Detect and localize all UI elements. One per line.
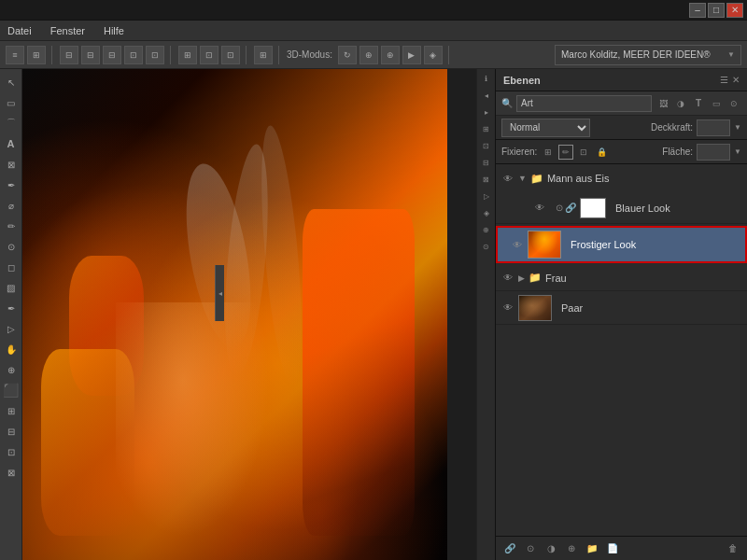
tool-move[interactable]: ↖ (2, 73, 21, 91)
tool-heal[interactable]: ⌀ (2, 196, 21, 215)
fix-all-icon[interactable]: 🔒 (594, 145, 609, 160)
tool-text[interactable]: A (2, 134, 21, 153)
layer-group-frau[interactable]: 👁 ▶ 📁 Frau (496, 265, 747, 291)
eye-icon-mann[interactable]: 👁 (501, 172, 514, 185)
delete-layer-icon[interactable]: 🗑 (725, 540, 741, 557)
tool-extra-3[interactable]: ⊡ (2, 442, 21, 461)
tool-pen[interactable]: ✒ (2, 299, 21, 317)
eye-icon-blauer[interactable]: 👁 (533, 202, 546, 215)
toolbar-btn-14[interactable]: ⊕ (381, 46, 400, 64)
panel-close-icon[interactable]: ✕ (732, 75, 740, 85)
eye-icon-frau[interactable]: 👁 (501, 272, 514, 285)
blend-mode-dropdown[interactable]: Normal Multiplizieren Bildschirm (501, 119, 590, 137)
canvas-image (22, 69, 447, 560)
tool-extra-2[interactable]: ⊟ (2, 422, 21, 441)
side-panel-icon-9[interactable]: ⊕ (479, 222, 494, 237)
menu-datei[interactable]: Datei (4, 23, 35, 38)
layer-list: 👁 ▼ 📁 Mann aus Eis 👁 ⊙ 🔗 Blauer Look 👁 (496, 164, 747, 536)
side-panel-icon-10[interactable]: ⊙ (479, 239, 494, 254)
menu-hilfe[interactable]: Hilfe (100, 23, 128, 38)
tool-shape[interactable]: ▷ (2, 319, 21, 338)
tool-zoom[interactable]: ⊕ (2, 360, 21, 379)
figure-silhouette (116, 302, 284, 560)
folder-icon-mann: 📁 (530, 173, 543, 185)
search-input[interactable] (516, 95, 652, 112)
profile-dropdown[interactable]: Marco Kolditz, MEER DER IDEEN® ▼ (555, 45, 741, 65)
fill-arrow-icon[interactable]: ▼ (734, 147, 741, 156)
panel-bottom-toolbar: 🔗 ⊙ ◑ ⊕ 📁 📄 🗑 (496, 536, 747, 560)
fix-brush-icon[interactable]: ✏ (558, 145, 573, 160)
toolbar-btn-11[interactable]: ⊞ (254, 46, 273, 64)
search-filter-text[interactable]: T (691, 96, 706, 111)
close-button[interactable]: ✕ (726, 3, 743, 18)
layer-name-frostiger: Frostiger Look (571, 239, 740, 250)
toolbar-btn-4[interactable]: ⊟ (81, 46, 100, 64)
side-panel-icon-6[interactable]: ⊠ (479, 172, 494, 187)
search-filter-adjust[interactable]: ◑ (673, 96, 688, 111)
side-panel-icon-2[interactable]: ▸ (479, 105, 494, 119)
toolbar-btn-12[interactable]: ↻ (338, 46, 357, 64)
menu-fenster[interactable]: Fenster (47, 23, 89, 38)
toolbar-btn-15[interactable]: ▶ (402, 46, 421, 64)
search-filter-image[interactable]: 🖼 (655, 96, 670, 111)
tool-select[interactable]: ▭ (2, 93, 21, 112)
toolbar-btn-10[interactable]: ⊡ (221, 46, 240, 64)
group-layers-icon[interactable]: 📁 (584, 540, 600, 557)
fix-transform-icon[interactable]: ⊡ (576, 145, 591, 160)
side-panel-icon-5[interactable]: ⊟ (479, 155, 494, 170)
tool-extra-1[interactable]: ⊞ (2, 401, 21, 420)
adjustment-layer-icon[interactable]: ⊕ (563, 540, 580, 557)
side-panel-icon-1[interactable]: ◂ (479, 88, 494, 103)
layer-frostiger-look[interactable]: 👁 Frostiger Look (496, 226, 747, 263)
new-layer-icon[interactable]: 📄 (604, 540, 621, 557)
layer-blauer-look[interactable]: 👁 ⊙ 🔗 Blauer Look (496, 192, 747, 224)
chevron-icon-frau[interactable]: ▶ (518, 273, 525, 283)
toolbar-group-5: ↻ ⊕ ⊕ ▶ ◈ (338, 46, 449, 64)
opacity-input[interactable]: 100% (697, 119, 730, 136)
eye-icon-paar[interactable]: 👁 (501, 301, 514, 315)
tool-clone[interactable]: ⊙ (2, 237, 21, 256)
toolbar-btn-6[interactable]: ⊡ (124, 46, 143, 64)
chevron-icon-mann[interactable]: ▼ (518, 174, 527, 183)
toolbar-btn-7[interactable]: ⊡ (146, 46, 164, 64)
tool-erase[interactable]: ◻ (2, 258, 21, 276)
tool-lasso[interactable]: ⌒ (2, 114, 21, 133)
side-info-icon[interactable]: ℹ (479, 71, 494, 86)
tool-brush[interactable]: ✏ (2, 217, 21, 235)
toolbar-btn-16[interactable]: ◈ (424, 46, 443, 64)
fill-input[interactable]: 100% (697, 144, 730, 161)
panel-collapse-handle[interactable]: ◂ (215, 265, 224, 321)
tool-gradient[interactable]: ▨ (2, 278, 21, 297)
side-panel-icon-4[interactable]: ⊡ (479, 138, 494, 153)
side-panel-icon-7[interactable]: ▷ (479, 189, 494, 203)
layer-paar[interactable]: 👁 Paar (496, 291, 747, 325)
main-layout: ↖ ▭ ⌒ A ⊠ ✒ ⌀ ✏ ⊙ ◻ ▨ ✒ ▷ ✋ ⊕ ⬛ ⊞ ⊟ ⊡ ⊠ (0, 69, 747, 560)
fire-tongue-3 (303, 209, 415, 536)
opacity-arrow-icon[interactable]: ▼ (734, 123, 741, 132)
fix-position-icon[interactable]: ⊞ (541, 145, 556, 160)
tool-eyedropper[interactable]: ✒ (2, 175, 21, 194)
link-layers-icon[interactable]: 🔗 (501, 540, 518, 557)
minimize-button[interactable]: – (689, 3, 706, 18)
layer-style-icon[interactable]: ⊙ (522, 540, 539, 557)
search-filter-smart[interactable]: ⊙ (726, 96, 741, 111)
maximize-button[interactable]: □ (708, 3, 725, 18)
layer-mask-icon[interactable]: ◑ (543, 540, 559, 557)
side-panel-icon-3[interactable]: ⊞ (479, 121, 494, 136)
panel-menu-icon[interactable]: ☰ (720, 75, 728, 85)
toolbar-btn-2[interactable]: ⊞ (27, 46, 46, 64)
tool-fg-bg[interactable]: ⬛ (2, 381, 21, 399)
toolbar-btn-8[interactable]: ⊞ (178, 46, 197, 64)
tool-crop[interactable]: ⊠ (2, 155, 21, 174)
layer-group-mann-aus-eis[interactable]: 👁 ▼ 📁 Mann aus Eis (496, 164, 747, 192)
toolbar-btn-1[interactable]: ≡ (6, 46, 24, 64)
toolbar-btn-13[interactable]: ⊕ (359, 46, 378, 64)
toolbar-btn-5[interactable]: ⊟ (103, 46, 121, 64)
eye-icon-frostiger[interactable]: 👁 (511, 238, 524, 251)
toolbar-btn-9[interactable]: ⊡ (200, 46, 218, 64)
toolbar-btn-3[interactable]: ⊟ (60, 46, 78, 64)
search-filter-shape[interactable]: ▭ (709, 96, 724, 111)
tool-extra-4[interactable]: ⊠ (2, 463, 21, 482)
tool-hand[interactable]: ✋ (2, 340, 21, 358)
side-panel-icon-8[interactable]: ◈ (479, 205, 494, 220)
